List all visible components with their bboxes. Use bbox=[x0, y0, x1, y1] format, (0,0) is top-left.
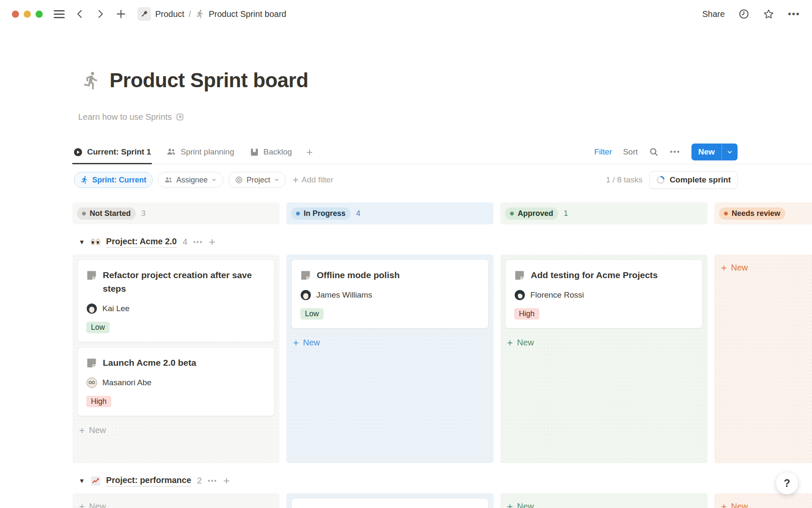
task-card[interactable]: Refactor project creation after save ste… bbox=[77, 260, 274, 342]
new-card-button[interactable]: + New bbox=[291, 334, 488, 351]
more-options-icon[interactable]: ••• bbox=[788, 8, 800, 19]
column-header-not-started: Not Started 3 bbox=[72, 202, 280, 224]
status-dot bbox=[510, 212, 514, 215]
eyes-emoji-icon bbox=[91, 239, 100, 245]
task-card[interactable]: Schedule bug bash bbox=[291, 498, 488, 508]
status-pill-in-progress[interactable]: In Progress bbox=[291, 207, 351, 220]
column-count: 1 bbox=[564, 209, 568, 218]
card-title: Refactor project creation after save ste… bbox=[103, 268, 266, 295]
view-options-icon[interactable]: ••• bbox=[670, 148, 680, 157]
favorite-star-icon[interactable] bbox=[763, 8, 774, 20]
new-card-label: New bbox=[89, 502, 106, 508]
learn-sprints-label: Learn how to use Sprints bbox=[78, 112, 172, 122]
status-pill-needs-review[interactable]: Needs review bbox=[719, 207, 785, 220]
breadcrumb: Product / Product Sprint board bbox=[137, 7, 286, 21]
group-title[interactable]: Project: Acme 2.0 bbox=[106, 237, 177, 248]
new-card-button[interactable]: + New bbox=[77, 498, 274, 508]
group-count: 2 bbox=[197, 476, 202, 486]
breadcrumb-root[interactable]: Product bbox=[155, 9, 184, 19]
sprint-progress-icon bbox=[656, 175, 665, 185]
plus-icon: + bbox=[721, 264, 727, 272]
filter-bar: Sprint: Current Assignee Project + Add f… bbox=[72, 171, 738, 189]
zoom-window-button[interactable] bbox=[36, 11, 43, 18]
tab-current-sprint[interactable]: Current: Sprint 1 bbox=[72, 140, 152, 164]
column-count: 3 bbox=[141, 209, 145, 218]
priority-badge: Low bbox=[86, 322, 110, 333]
page-icon bbox=[514, 270, 525, 281]
new-card-label: New bbox=[89, 425, 106, 435]
column-body-in-progress: Offline mode polish James Williams Low +… bbox=[286, 254, 494, 463]
task-card[interactable]: Launch Acme 2.0 beta Masanori Abe High bbox=[77, 347, 274, 416]
search-icon[interactable] bbox=[649, 147, 659, 157]
plus-icon: + bbox=[507, 502, 513, 508]
help-button[interactable]: ? bbox=[776, 472, 798, 494]
plus-icon: + bbox=[293, 339, 299, 347]
group-more-icon[interactable]: ••• bbox=[193, 238, 203, 246]
add-filter-button[interactable]: + Add filter bbox=[293, 174, 333, 186]
new-card-label: New bbox=[303, 338, 320, 348]
sidebar-toggle-icon[interactable] bbox=[54, 10, 65, 18]
new-card-button[interactable]: + New bbox=[719, 260, 812, 276]
new-page-icon[interactable] bbox=[115, 8, 126, 19]
new-card-label: New bbox=[731, 502, 748, 508]
collapse-triangle-icon[interactable]: ▼ bbox=[79, 238, 85, 246]
new-card-label: New bbox=[731, 263, 748, 273]
close-window-button[interactable] bbox=[12, 11, 19, 18]
back-icon[interactable] bbox=[75, 9, 85, 19]
collapse-triangle-icon[interactable]: ▼ bbox=[79, 477, 85, 484]
column-header-approved: Approved 1 bbox=[500, 202, 708, 224]
task-card[interactable]: Add testing for Acme Projects Florence R… bbox=[505, 260, 702, 329]
group-more-icon[interactable]: ••• bbox=[208, 477, 217, 485]
minimize-window-button[interactable] bbox=[24, 11, 31, 18]
tab-sprint-planning[interactable]: Sprint planning bbox=[165, 140, 235, 164]
sprint-filter-label: Sprint: Current bbox=[92, 176, 146, 185]
page-icon bbox=[86, 270, 97, 281]
new-card-button[interactable]: + New bbox=[77, 422, 274, 439]
group-add-icon[interactable]: + bbox=[209, 235, 215, 248]
task-card[interactable]: Offline mode polish James Williams Low bbox=[291, 260, 488, 329]
group-header-performance: ▼ Project: performance 2 ••• + bbox=[79, 474, 812, 487]
filter-button[interactable]: Filter bbox=[594, 147, 612, 157]
teamspace-hammer-icon[interactable] bbox=[137, 7, 151, 21]
new-card-label: New bbox=[517, 338, 534, 348]
column-body-approved: Add testing for Acme Projects Florence R… bbox=[500, 254, 708, 463]
status-label: Approved bbox=[518, 209, 553, 218]
column-header-needs-review: Needs review bbox=[714, 202, 812, 224]
new-card-label: New bbox=[517, 502, 534, 508]
learn-sprints-link[interactable]: Learn how to use Sprints bbox=[78, 112, 812, 122]
new-card-button[interactable]: + New bbox=[505, 498, 702, 508]
new-card-button[interactable]: + New bbox=[719, 498, 812, 508]
card-title: Offline mode polish bbox=[317, 268, 400, 282]
column-body-in-progress: Schedule bug bash bbox=[286, 493, 494, 508]
card-title: Add testing for Acme Projects bbox=[531, 268, 658, 282]
history-clock-icon[interactable] bbox=[738, 8, 749, 19]
group-header-acme: ▼ Project: Acme 2.0 4 ••• + bbox=[79, 235, 812, 248]
status-pill-not-started[interactable]: Not Started bbox=[77, 207, 136, 220]
kanban-board: Not Started 3 In Progress 4 Approved 1 N… bbox=[72, 202, 812, 508]
tab-backlog[interactable]: Backlog bbox=[249, 140, 293, 164]
add-view-icon[interactable]: + bbox=[306, 146, 313, 159]
group-add-icon[interactable]: + bbox=[223, 474, 230, 487]
project-filter-pill[interactable]: Project bbox=[228, 172, 286, 188]
assignee-filter-pill[interactable]: Assignee bbox=[158, 172, 223, 188]
page-title: Product Sprint board bbox=[110, 69, 308, 92]
column-body-approved: + New bbox=[500, 493, 708, 508]
sort-button[interactable]: Sort bbox=[623, 147, 638, 157]
complete-sprint-button[interactable]: Complete sprint bbox=[649, 171, 738, 189]
forward-icon[interactable] bbox=[95, 9, 105, 19]
new-task-button[interactable]: New bbox=[691, 144, 738, 160]
new-card-button[interactable]: + New bbox=[505, 334, 702, 351]
sprint-filter-pill[interactable]: Sprint: Current bbox=[74, 172, 153, 188]
group-title[interactable]: Project: performance bbox=[106, 475, 191, 486]
status-pill-approved[interactable]: Approved bbox=[505, 207, 558, 220]
breadcrumb-current[interactable]: Product Sprint board bbox=[209, 9, 286, 19]
plus-icon: + bbox=[79, 426, 85, 435]
new-dropdown-chevron-icon[interactable] bbox=[722, 149, 738, 155]
share-button[interactable]: Share bbox=[702, 9, 725, 19]
column-count: 4 bbox=[356, 209, 360, 218]
avatar bbox=[86, 377, 97, 388]
status-dot bbox=[82, 212, 86, 215]
status-label: In Progress bbox=[304, 209, 346, 218]
assignee-filter-label: Assignee bbox=[176, 176, 208, 185]
tasks-count: 1 / 8 tasks bbox=[606, 175, 643, 185]
